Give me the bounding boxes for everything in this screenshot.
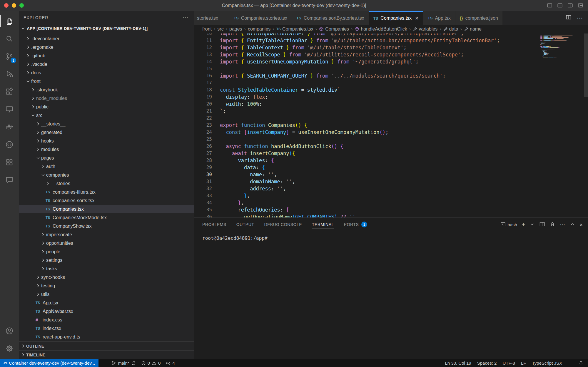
tree-item-storybook[interactable]: .storybook bbox=[19, 86, 194, 94]
cursor-position-status[interactable]: Ln 30, Col 19 bbox=[445, 361, 471, 366]
run-debug-activity-button[interactable] bbox=[0, 65, 19, 83]
code-line-11[interactable]: 11import { EntityTableActionBar } from '… bbox=[194, 37, 540, 44]
settings-activity-button[interactable] bbox=[0, 340, 19, 357]
panel-tab-ports[interactable]: PORTS1 bbox=[344, 218, 367, 231]
toggle-panel-icon[interactable] bbox=[557, 3, 563, 8]
tree-item-utils[interactable]: utils bbox=[19, 290, 194, 299]
code-line-28[interactable]: 28 variables: { bbox=[194, 157, 540, 164]
code-line-30[interactable]: 30 name: '', bbox=[194, 171, 540, 178]
tree-item-companies-sorts-tsx[interactable]: TScompanies-sorts.tsx bbox=[19, 196, 194, 205]
tree-item-companies-tsx[interactable]: TSCompanies.tsx bbox=[19, 205, 194, 213]
remote-indicator[interactable]: >< Container dev-twenty-dev (dev-twenty-… bbox=[0, 359, 98, 367]
breadcrumb-companies-tsx[interactable]: TSCompanies.tsx bbox=[276, 26, 313, 32]
code-line-29[interactable]: 29 data: { bbox=[194, 164, 540, 171]
tree-item-people[interactable]: people bbox=[19, 247, 194, 256]
code-line-15[interactable]: 15 bbox=[194, 65, 540, 72]
code-line-22[interactable]: 22 bbox=[194, 115, 540, 122]
breadcrumb-data[interactable]: data bbox=[443, 26, 458, 32]
section-outline[interactable]: OUTLINE bbox=[19, 341, 194, 350]
tree-item-opportunities[interactable]: opportunities bbox=[19, 239, 194, 247]
tree-item-docs[interactable]: docs bbox=[19, 68, 194, 77]
tree-item-testing[interactable]: testing bbox=[19, 281, 194, 290]
tree-item-hooks[interactable]: hooks bbox=[19, 137, 194, 145]
breadcrumb-handleaddbuttonclick[interactable]: handleAddButtonClick bbox=[355, 26, 407, 32]
close-window-button[interactable] bbox=[4, 3, 9, 8]
toggle-sidebar-icon[interactable] bbox=[547, 3, 552, 8]
tree-item-src[interactable]: src bbox=[19, 111, 194, 120]
tree-item-public[interactable]: public bbox=[19, 103, 194, 111]
close-tab-icon[interactable]: × bbox=[415, 15, 419, 21]
language-mode-status[interactable]: TypeScript JSX bbox=[532, 361, 562, 366]
tree-item-companies-filters-tsx[interactable]: TScompanies-filters.tsx bbox=[19, 188, 194, 196]
search-activity-button[interactable] bbox=[0, 30, 19, 48]
tree-item-modules[interactable]: modules bbox=[19, 145, 194, 154]
code-line-13[interactable]: 13import { RecoilScope } from '@/ui/util… bbox=[194, 51, 540, 58]
tree-item-tasks[interactable]: tasks bbox=[19, 264, 194, 273]
tree-item-node-modules[interactable]: node_modules bbox=[19, 94, 194, 103]
code-line-21[interactable]: 21`; bbox=[194, 108, 540, 115]
code-line-26[interactable]: 26 async function handleAddButtonClick()… bbox=[194, 143, 540, 150]
tab-companies-sortby-stories-tsx[interactable]: TSCompanies.sortBy.stories.tsx bbox=[292, 11, 369, 25]
workspace-root-header[interactable]: APP [CONTAINER DEV-TWENTY-DEV (DEV-TWENT… bbox=[19, 24, 194, 33]
tree-item-stories[interactable]: __stories__ bbox=[19, 179, 194, 188]
tree-item-impersonate[interactable]: impersonate bbox=[19, 230, 194, 239]
problems-status[interactable]: 0 0 bbox=[141, 361, 161, 366]
comments-activity-button[interactable] bbox=[0, 171, 19, 189]
tab-stories-tsx[interactable]: stories.tsx bbox=[194, 11, 229, 25]
new-terminal-icon[interactable]: + bbox=[522, 222, 525, 227]
editor-scrollbar[interactable] bbox=[583, 33, 588, 217]
toggle-secondary-sidebar-icon[interactable] bbox=[567, 3, 573, 8]
tree-item-react-app-env-d-ts[interactable]: TSreact-app-env.d.ts bbox=[19, 333, 194, 341]
eol-status[interactable]: LF bbox=[521, 361, 526, 366]
tree-item-appnavbar-tsx[interactable]: TSAppNavbar.tsx bbox=[19, 307, 194, 316]
tree-item-devcontainer[interactable]: .devcontainer bbox=[19, 34, 194, 43]
panel-tab-terminal[interactable]: TERMINAL bbox=[312, 218, 334, 231]
source-control-activity-button[interactable]: 1 bbox=[0, 48, 19, 65]
ports-status[interactable]: 4 bbox=[166, 361, 175, 366]
tree-item-settings[interactable]: settings bbox=[19, 256, 194, 264]
tree-item-stories[interactable]: __stories__ bbox=[19, 120, 194, 128]
code-line-14[interactable]: 14import { useInsertOneCompanyMutation }… bbox=[194, 58, 540, 65]
code-line-34[interactable]: 34 }, bbox=[194, 199, 540, 206]
accounts-activity-button[interactable] bbox=[0, 322, 19, 340]
shell-selector[interactable]: bash bbox=[500, 222, 517, 228]
minimize-window-button[interactable] bbox=[12, 3, 16, 8]
breadcrumb-variables[interactable]: variables bbox=[413, 26, 437, 32]
close-panel-icon[interactable]: × bbox=[579, 222, 583, 227]
tree-item-pages[interactable]: pages bbox=[19, 154, 194, 162]
extensions-activity-button[interactable] bbox=[0, 83, 19, 100]
tree-item-companies[interactable]: companies bbox=[19, 171, 194, 179]
explorer-activity-button[interactable] bbox=[0, 12, 19, 30]
notifications-icon[interactable] bbox=[579, 361, 583, 366]
breadcrumb-src[interactable]: src bbox=[217, 26, 223, 32]
tree-item-app-tsx[interactable]: TSApp.tsx bbox=[19, 299, 194, 307]
remote-explorer-activity-button[interactable] bbox=[0, 100, 19, 118]
code-line-35[interactable]: 35 refetchQueries: [ bbox=[194, 206, 540, 213]
tree-item-ergomake[interactable]: .ergomake bbox=[19, 43, 194, 51]
panel-tab-output[interactable]: OUTPUT bbox=[236, 218, 254, 231]
code-line-31[interactable]: 31 domainName: '', bbox=[194, 178, 540, 185]
tree-item-index-css[interactable]: #index.css bbox=[19, 316, 194, 324]
code-line-23[interactable]: 23export function Companies() { bbox=[194, 122, 540, 129]
tab-companies-json[interactable]: {}companies.json bbox=[455, 11, 503, 25]
code-line-20[interactable]: 20 width: 100%; bbox=[194, 100, 540, 108]
maximize-panel-icon[interactable] bbox=[570, 222, 575, 227]
breadcrumb-companies[interactable]: companies bbox=[248, 26, 270, 32]
code-line-18[interactable]: 18const StyledTableContainer = styled.di… bbox=[194, 86, 540, 93]
code-line-36[interactable]: 36 getOperationName(GET_COMPANIES) ?? ''… bbox=[194, 213, 540, 217]
indentation-status[interactable]: Spaces: 2 bbox=[477, 361, 497, 366]
code-line-27[interactable]: 27 await insertCompany({ bbox=[194, 150, 540, 157]
section-timeline[interactable]: TIMELINE bbox=[19, 350, 194, 359]
breadcrumb-pages[interactable]: pages bbox=[229, 26, 242, 32]
code-editor[interactable]: 10import { WithTopBarContainer } from '@… bbox=[194, 33, 588, 217]
panel-more-actions-icon[interactable]: ⋯ bbox=[560, 222, 565, 227]
tree-item-companiesmockmode-tsx[interactable]: TSCompaniesMockMode.tsx bbox=[19, 213, 194, 222]
encoding-status[interactable]: UTF-8 bbox=[502, 361, 515, 366]
code-line-32[interactable]: 32 address: '', bbox=[194, 185, 540, 192]
tab-companies-stories-tsx[interactable]: TSCompanies.stories.tsx bbox=[229, 11, 292, 25]
editor-more-actions-icon[interactable]: ⋯ bbox=[577, 14, 583, 21]
terminal-dropdown-icon[interactable] bbox=[530, 222, 534, 227]
code-line-12[interactable]: 12import { TableContext } from '@/ui/tab… bbox=[194, 44, 540, 51]
code-line-25[interactable]: 25 bbox=[194, 136, 540, 143]
zoom-window-button[interactable] bbox=[19, 3, 24, 8]
